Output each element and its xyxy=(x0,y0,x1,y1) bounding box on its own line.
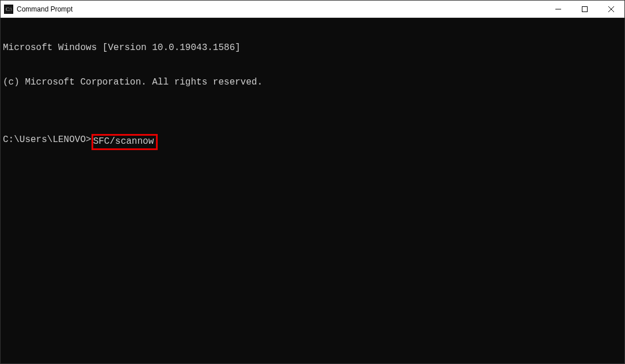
titlebar[interactable]: C:\ Command Prompt xyxy=(1,1,624,18)
prompt-line: C:\Users\LENOVO>SFC/scannow xyxy=(3,134,622,150)
close-icon xyxy=(608,6,614,12)
minimize-button[interactable] xyxy=(545,1,571,17)
terminal-line-version: Microsoft Windows [Version 10.0.19043.15… xyxy=(3,42,622,53)
prompt-path: C:\Users\LENOVO> xyxy=(3,134,92,145)
minimize-icon xyxy=(555,6,561,12)
window-title: Command Prompt xyxy=(17,5,545,13)
terminal-area[interactable]: Microsoft Windows [Version 10.0.19043.15… xyxy=(1,18,624,363)
svg-rect-4 xyxy=(582,6,588,12)
command-text: SFC/scannow xyxy=(93,136,154,147)
cmd-icon: C:\ xyxy=(4,5,13,14)
command-highlight: SFC/scannow xyxy=(92,134,158,150)
maximize-icon xyxy=(582,6,588,12)
svg-text:C:\: C:\ xyxy=(6,6,13,12)
window-controls xyxy=(545,1,624,17)
maximize-button[interactable] xyxy=(571,1,598,17)
terminal-line-copyright: (c) Microsoft Corporation. All rights re… xyxy=(3,76,622,88)
close-button[interactable] xyxy=(598,1,624,17)
command-prompt-window: C:\ Command Prompt Micro xyxy=(0,0,625,364)
